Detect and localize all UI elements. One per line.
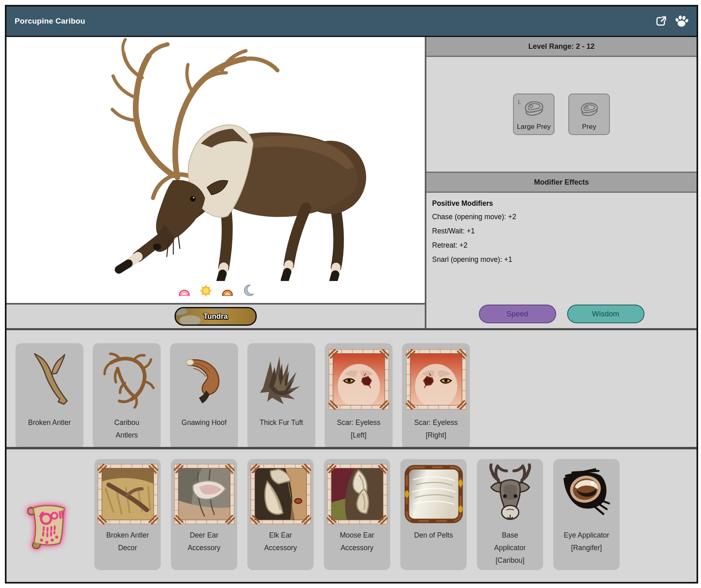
gnawing-hoof-image: [174, 346, 235, 412]
item-card-moose-ear-accessory[interactable]: Moose Ear Accessory: [324, 459, 390, 570]
page-title: Porcupine Caribou: [15, 17, 85, 26]
speed-label: Speed: [507, 309, 528, 318]
title-bar: Porcupine Caribou: [7, 7, 697, 37]
broken-antler-decor-image: [97, 463, 158, 525]
main-panels: Tundra Level Range: 2 - 12 L Large Prey: [7, 37, 697, 328]
prey-label: Prey: [582, 123, 596, 131]
item-label: Moose Ear Accessory: [340, 529, 374, 554]
large-prey-button[interactable]: L Large Prey: [513, 94, 555, 135]
item-label: Broken Antler Decor: [106, 529, 149, 554]
item-label: Thick Fur Tuft: [260, 416, 303, 429]
active-times-row: [7, 284, 425, 297]
item-card-gnawing-hoof[interactable]: Gnawing Hoof: [170, 343, 238, 449]
scar-eyeless-right-image: [406, 346, 467, 412]
decor-row: Broken Antler Decor Deer Ear Accessory: [7, 447, 697, 582]
modifier-line: Retreat: +2: [432, 241, 690, 250]
biome-bar: Tundra: [7, 303, 425, 328]
prey-icon-wrap: [579, 102, 599, 120]
caribou-antlers-image: [96, 346, 157, 412]
modifier-line: Rest/Wait: +1: [432, 227, 690, 235]
den-of-pelts-image: [403, 463, 464, 525]
item-card-deer-ear-accessory[interactable]: Deer Ear Accessory: [171, 459, 237, 570]
item-card-thick-fur-tuft[interactable]: Thick Fur Tuft: [247, 343, 315, 449]
modifier-effects-text: Modifier Effects: [534, 178, 589, 187]
paw-icon[interactable]: [675, 15, 688, 27]
sunset-icon: [220, 285, 235, 296]
deer-ear-accessory-image: [174, 463, 235, 525]
steak-icon: [579, 102, 599, 119]
title-bar-actions: [655, 15, 688, 27]
item-label: Base Applicator [Caribou]: [494, 529, 526, 567]
left-panel: Tundra: [7, 37, 425, 328]
item-card-scar-eyeless-left[interactable]: Scar: Eyeless [Left]: [325, 343, 393, 449]
item-card-caribou-antlers[interactable]: Caribou Antlers: [93, 343, 161, 449]
moose-ear-accessory-image: [327, 463, 388, 525]
external-link-icon[interactable]: [655, 15, 667, 27]
moon-icon: [242, 284, 254, 297]
modifier-effects-header: Modifier Effects: [426, 172, 697, 193]
scar-eyeless-left-image: [328, 346, 389, 412]
item-label: Broken Antler: [28, 416, 71, 429]
item-card-broken-antler[interactable]: Broken Antler: [15, 343, 83, 449]
large-prey-icon-wrap: L: [523, 100, 545, 120]
caribou-illustration: [67, 37, 376, 281]
item-card-base-applicator-caribou[interactable]: Base Applicator [Caribou]: [477, 459, 543, 570]
recipe-scroll-icon[interactable]: [19, 493, 76, 582]
large-prey-label: Large Prey: [517, 123, 550, 131]
wisdom-label: Wisdom: [592, 309, 619, 318]
prey-button[interactable]: Prey: [568, 94, 610, 135]
item-label: Elk Ear Accessory: [264, 529, 297, 554]
modifier-list: Positive Modifiers Chase (opening move):…: [426, 193, 697, 305]
item-label: Scar: Eyeless [Right]: [414, 416, 458, 442]
drops-row: Broken Antler: [7, 328, 697, 447]
eye-applicator-image: [556, 463, 617, 525]
sunrise-icon: [177, 285, 192, 296]
right-panel: Level Range: 2 - 12 L Large Prey Prey: [425, 37, 697, 328]
prey-size-area: L Large Prey Prey: [426, 57, 697, 172]
thick-fur-tuft-image: [251, 346, 312, 412]
item-label: Gnawing Hoof: [181, 416, 227, 429]
modifier-line: Chase (opening move): +2: [432, 213, 690, 221]
level-range-text: Level Range: 2 - 12: [528, 42, 594, 51]
decor-cards: Broken Antler Decor Deer Ear Accessory: [94, 459, 620, 582]
stat-buttons-row: Speed Wisdom: [426, 305, 697, 328]
item-card-eye-applicator-rangifer[interactable]: Eye Applicator [Rangifer]: [553, 459, 620, 570]
modifier-effects-body: Positive Modifiers Chase (opening move):…: [426, 193, 697, 328]
elk-ear-accessory-image: [250, 463, 311, 525]
large-prey-badge: L: [518, 98, 521, 105]
level-range-header: Level Range: 2 - 12: [426, 37, 697, 57]
item-card-elk-ear-accessory[interactable]: Elk Ear Accessory: [247, 459, 314, 570]
npc-image-area: [7, 37, 425, 303]
item-label: Deer Ear Accessory: [188, 529, 221, 554]
positive-modifiers-title: Positive Modifiers: [432, 199, 690, 208]
speed-stat-button[interactable]: Speed: [479, 305, 556, 323]
sun-icon: [199, 284, 213, 297]
item-card-scar-eyeless-right[interactable]: Scar: Eyeless [Right]: [402, 343, 470, 449]
wisdom-stat-button[interactable]: Wisdom: [567, 305, 644, 323]
item-label: Caribou Antlers: [114, 416, 139, 442]
biome-label: Tundra: [203, 312, 228, 321]
item-label: Den of Pelts: [414, 529, 453, 542]
encounter-window: Porcupine Caribou: [5, 5, 698, 584]
steak-icon: [523, 100, 545, 119]
item-label: Eye Applicator [Rangifer]: [564, 529, 609, 554]
item-card-broken-antler-decor[interactable]: Broken Antler Decor: [94, 459, 161, 570]
base-applicator-image: [480, 463, 541, 525]
biome-button-tundra[interactable]: Tundra: [175, 307, 257, 326]
item-label: Scar: Eyeless [Left]: [337, 416, 380, 442]
modifier-line: Snarl (opening move): +1: [432, 255, 690, 264]
item-card-den-of-pelts[interactable]: Den of Pelts: [400, 459, 467, 570]
broken-antler-image: [19, 346, 80, 412]
